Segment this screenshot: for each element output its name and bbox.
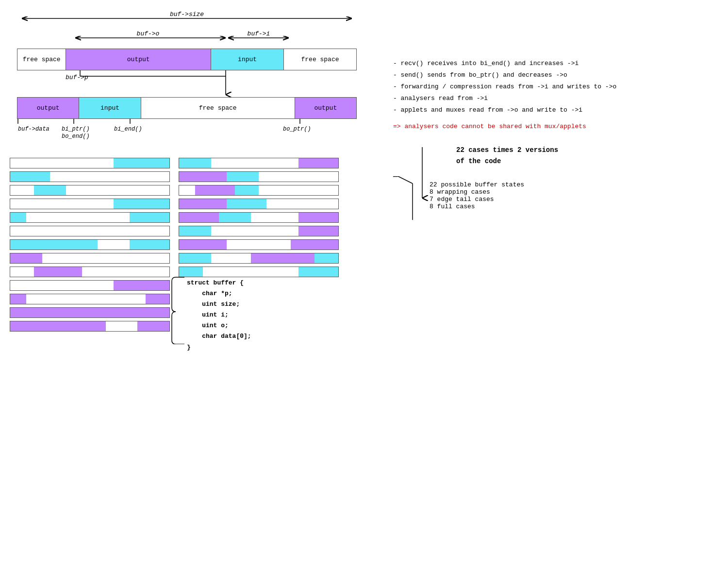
case-right-5 (179, 212, 339, 223)
case-right-1 (179, 158, 339, 168)
case-row-11 (10, 294, 349, 304)
case-left-3 (10, 185, 170, 196)
case-right-8 (179, 253, 339, 264)
buffer-cases-section: struct buffer { char *p; uint size; uint… (10, 158, 379, 332)
annotation-4: - analysers read from ->i (393, 93, 718, 104)
case-left-8 (10, 253, 170, 264)
case-left-13 (10, 321, 170, 332)
case-left-7 (10, 239, 170, 250)
seg-free-right: free space (284, 49, 356, 70)
seg-free-left: free space (17, 49, 66, 70)
input-label-top: input (238, 56, 257, 63)
stats-arrow-svg (393, 176, 490, 225)
buf-o-i-arrow-row: buf->o buf->i (10, 29, 379, 46)
free-space-right-label: free space (301, 56, 339, 63)
red-annotation-container: => analysers code cannot be shared with … (393, 123, 718, 130)
annotation-text-2: - send() sends from bo_ptr() and decreas… (393, 71, 567, 79)
annotation-text-1: - recv() receives into bi_end() and incr… (393, 60, 579, 67)
svg-text:bo_end(): bo_end() (62, 133, 90, 140)
svg-text:buf->size: buf->size (170, 11, 204, 18)
seg-input-top: input (211, 49, 284, 70)
buf-p-svg: buf->p (17, 70, 357, 97)
svg-text:buf->data: buf->data (18, 126, 50, 133)
free-space-left-label: free space (23, 56, 61, 63)
right-annotations-section: - recv() receives into bi_end() and incr… (379, 10, 718, 558)
output-label-2nd-right: output (314, 104, 337, 112)
seg-free-2nd: free space (141, 98, 295, 118)
svg-text:buf->o: buf->o (137, 30, 160, 37)
input-label-2nd: input (100, 104, 119, 112)
left-diagram: buf->size (10, 10, 379, 558)
buf-size-arrow-row: buf->size (10, 10, 379, 27)
seg-output-top: output (66, 49, 211, 70)
case-row-9 (10, 267, 349, 277)
seg-output2-right: output (295, 98, 356, 118)
svg-text:buf->p: buf->p (66, 74, 88, 81)
code-line-6: char data[0]; (187, 331, 251, 342)
red-annotation-text: => analysers code cannot be shared with … (393, 123, 586, 130)
case-left-12 (10, 307, 170, 318)
case-row-3 (10, 185, 349, 196)
case-row-5 (10, 212, 349, 223)
annotation-3: - forwarding / compression reads from ->… (393, 82, 718, 92)
svg-text:bi_end(): bi_end() (114, 126, 142, 133)
case-right-3 (179, 185, 339, 196)
case-row-8 (10, 253, 349, 264)
case-right-4 (179, 199, 339, 209)
annotations-list: - recv() receives into bi_end() and incr… (393, 58, 718, 116)
case-right-6 (179, 226, 339, 236)
buf-oi-svg: buf->o buf->i (17, 29, 357, 46)
case-row-6 (10, 226, 349, 236)
case-left-5 (10, 212, 170, 223)
svg-line-21 (398, 176, 413, 184)
output-label-top: output (127, 56, 150, 63)
case-right-2 (179, 171, 339, 182)
case-left-4 (10, 199, 170, 209)
annotation-text-4: - analysers read from ->i (393, 95, 488, 102)
svg-text:bi_ptr(): bi_ptr() (62, 126, 90, 133)
code-line-1: struct buffer { (187, 278, 251, 288)
free-space-2nd-label: free space (199, 104, 237, 112)
case-row-1 (10, 158, 349, 168)
annotation-2: - send() sends from bo_ptr() and decreas… (393, 70, 718, 81)
case-row-2 (10, 171, 349, 182)
cases-bold-label: 22 cases times 2 versions of the code (456, 145, 718, 167)
buf-size-svg: buf->size (17, 10, 357, 27)
seg-input-2nd: input (79, 98, 141, 118)
seg-output2-left: output (17, 98, 79, 118)
case-left-6 (10, 226, 170, 236)
svg-text:buf->i: buf->i (248, 30, 270, 37)
case-row-4 (10, 199, 349, 209)
case-left-11 (10, 294, 170, 304)
second-buffer-labels: buf->data bi_ptr() bo_end() bi_end() bo_… (17, 119, 379, 146)
annotation-1: - recv() receives into bi_end() and incr… (393, 58, 718, 69)
case-row-12 (10, 307, 349, 318)
annotation-text-5: - applets and muxes read from ->o and wr… (393, 106, 582, 114)
case-left-2 (10, 171, 170, 182)
buf-p-area: buf->p (17, 70, 379, 97)
case-right-7 (179, 239, 339, 250)
case-left-1 (10, 158, 170, 168)
annotation-text-3: - forwarding / compression reads from ->… (393, 83, 616, 90)
top-buffer-row: free space output input free space (17, 49, 357, 70)
case-row-7 (10, 239, 349, 250)
cases-arrow-area: 22 cases times 2 versions of the code (393, 145, 718, 167)
case-row-10: struct buffer { char *p; uint size; uint… (10, 280, 349, 291)
output-label-2nd-left: output (37, 104, 60, 112)
case-right-9 (179, 267, 339, 277)
case-left-9 (10, 267, 170, 277)
labels-svg: buf->data bi_ptr() bo_end() bi_end() bo_… (17, 119, 357, 146)
stats-area: 22 possible buffer states 8 wrapping cas… (393, 181, 718, 210)
second-buffer-row: output input free space output (17, 97, 357, 119)
code-line-7: } (187, 342, 251, 353)
case-row-13 (10, 321, 349, 332)
case-left-10 (10, 280, 170, 291)
annotation-5: - applets and muxes read from ->o and wr… (393, 105, 718, 116)
svg-text:bo_ptr(): bo_ptr() (283, 126, 311, 133)
